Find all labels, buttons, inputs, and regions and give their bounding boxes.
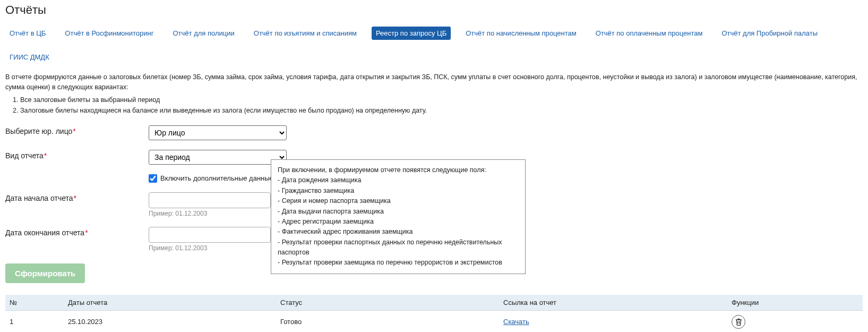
download-link[interactable]: Скачать — [503, 318, 529, 326]
tab-7[interactable]: Отчёт для Пробирной палаты — [717, 27, 822, 40]
report-type-select[interactable]: За период — [149, 150, 287, 165]
tab-3[interactable]: Отчёт по изъятиям и списаниям — [250, 27, 361, 40]
cell-func — [727, 310, 863, 332]
tab-2[interactable]: Отчёт для полиции — [169, 27, 239, 40]
variant-item: Все залоговые билеты за выбранный период — [20, 95, 863, 105]
date-to-input[interactable] — [149, 227, 271, 243]
tab-0[interactable]: Отчёт в ЦБ — [5, 27, 50, 40]
cell-link: Скачать — [499, 310, 727, 332]
variant-item: Залоговые билеты находящиеся на балансе … — [20, 105, 863, 116]
include-extra-checkbox[interactable] — [149, 174, 157, 183]
page-title: Отчёты — [5, 3, 863, 17]
tab-8[interactable]: ГИИС ДМДК — [5, 50, 54, 64]
date-from-hint: Пример: 01.12.2003 — [149, 210, 271, 217]
cell-dates: 25.10.2023 — [64, 310, 276, 332]
tab-6[interactable]: Отчёт по оплаченным процентам — [591, 27, 707, 40]
tabs-bar: Отчёт в ЦБОтчёт в РосфинмониторингОтчёт … — [5, 27, 863, 64]
th-func: Функции — [727, 295, 863, 311]
th-dates: Даты отчета — [64, 295, 276, 311]
report-description: В отчете формируются данные о залоговых … — [5, 72, 863, 92]
date-to-label: Дата окончания отчета* — [5, 227, 149, 237]
table-row: 125.10.2023ГотовоСкачать — [5, 310, 863, 332]
reports-table: № Даты отчета Статус Ссылка на отчет Фун… — [5, 295, 863, 333]
entity-select[interactable]: Юр лицо — [149, 125, 287, 140]
submit-button[interactable]: Сформировать — [5, 263, 85, 283]
cell-num: 1 — [5, 310, 64, 332]
date-to-hint: Пример: 01.12.2003 — [149, 244, 271, 252]
th-link: Ссылка на отчет — [499, 295, 727, 311]
tab-5[interactable]: Отчёт по начисленным процентам — [461, 27, 580, 40]
include-extra-label: Включить дополнительные данные — [160, 174, 273, 182]
th-status: Статус — [276, 295, 499, 311]
report-type-label: Вид отчета* — [5, 150, 149, 160]
date-from-input[interactable] — [149, 192, 271, 208]
th-num: № — [5, 295, 64, 311]
tab-1[interactable]: Отчёт в Росфинмониторинг — [61, 27, 158, 40]
delete-icon[interactable] — [732, 315, 745, 329]
tooltip-extra-fields: При включении, в формируемом отчете появ… — [271, 159, 526, 274]
date-from-label: Дата начала отчета* — [5, 192, 149, 202]
variants-list: Все залоговые билеты за выбранный период… — [20, 95, 863, 116]
cell-status: Готово — [276, 310, 499, 332]
entity-label: Выберите юр. лицо* — [5, 125, 149, 135]
tab-4[interactable]: Реестр по запросу ЦБ — [372, 27, 451, 40]
